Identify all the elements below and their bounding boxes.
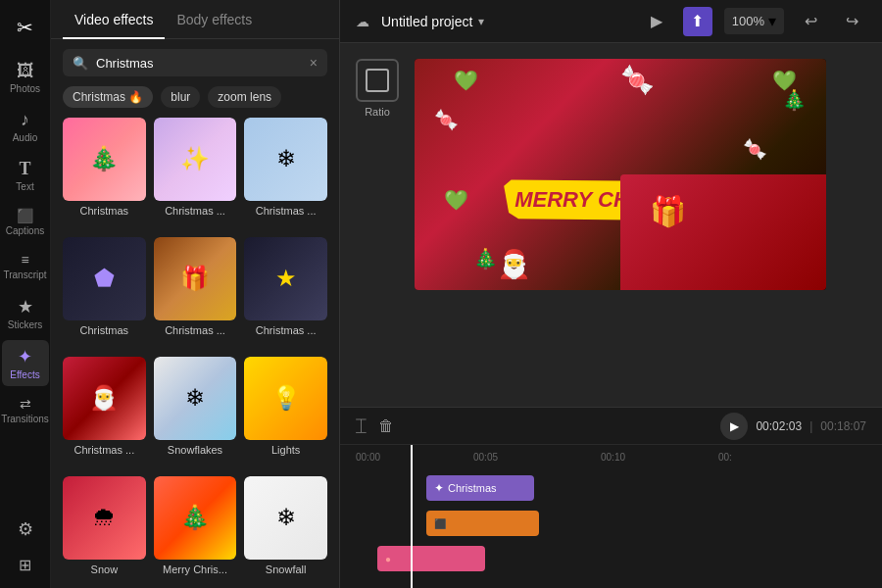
effects-grid: 🎄 Christmas ✨ Christmas ... ❄ Christmas …	[51, 118, 339, 588]
effect-item-9[interactable]: 💡 Lights	[244, 357, 327, 468]
filter-christmas[interactable]: Christmas 🔥	[63, 86, 153, 108]
photos-icon: 🖼	[17, 61, 34, 81]
effect-thumb-8: ❄	[154, 357, 237, 440]
effect-label-12: Snowfall	[244, 564, 327, 575]
icon-sidebar: ✂ 🖼 Photos ♪ Audio T Text ⬛ Captions ≡ T…	[0, 0, 51, 588]
ruler-tick-2: 00:10	[601, 452, 625, 463]
timeline-toolbar: ⌶ 🗑 ▶ 00:02:03 | 00:18:07	[340, 408, 882, 445]
effect-item-6[interactable]: ★ Christmas ...	[244, 237, 327, 349]
deco-1: 💚	[454, 69, 478, 92]
effects-panel: Video effects Body effects 🔍 × Christmas…	[51, 0, 340, 588]
canvas-area: Ratio 💚 💚 🎄 🍬 💚 💚 🎄 🍬 🎄 🍬	[340, 43, 882, 407]
audio-icon: ♪	[21, 110, 29, 130]
split-tool-button[interactable]: ⌶	[356, 416, 367, 436]
effect-thumb-10: 🌨	[63, 476, 146, 560]
clip-pink[interactable]: ●	[377, 546, 485, 571]
deco-2: 💚	[772, 69, 797, 92]
effect-thumb-1: 🎄	[63, 118, 146, 201]
effect-item-2[interactable]: ✨ Christmas ...	[154, 118, 237, 229]
effect-item-8[interactable]: ❄ Snowflakes	[154, 357, 237, 468]
play-preview-button[interactable]: ▶	[642, 7, 671, 36]
sidebar-item-transcript[interactable]: ≡ Transcript	[2, 246, 49, 286]
effect-label-5: Christmas ...	[154, 324, 237, 336]
effect-item-3[interactable]: ❄ Christmas ...	[244, 118, 327, 229]
effect-label-3: Christmas ...	[244, 205, 327, 217]
effect-item-7[interactable]: 🎅 Christmas ...	[63, 357, 146, 468]
video-preview: 💚 💚 🎄 🍬 💚 💚 🎄 🍬 🎄 🍬 🎅 MERRY CHIRSTMAS	[415, 59, 826, 290]
ruler-tick-1: 00:05	[473, 452, 498, 463]
stickers-icon: ★	[18, 296, 33, 318]
ruler-tick-3: 00:	[718, 452, 732, 463]
zoom-value: 100%	[732, 14, 764, 28]
export-button[interactable]: ⬆	[683, 7, 712, 36]
sidebar-item-more[interactable]: ⚙	[2, 513, 49, 546]
sidebar-item-stickers[interactable]: ★ Stickers	[2, 290, 49, 336]
filter-tags: Christmas 🔥 blur zoom lens	[51, 86, 339, 118]
redo-button[interactable]: ↪	[837, 7, 866, 36]
filter-zoom[interactable]: zoom lens	[208, 86, 281, 108]
effect-item-10[interactable]: 🌨 Snow	[63, 476, 146, 588]
playhead-triangle	[407, 445, 416, 446]
clip-christmas[interactable]: ✦ Christmas	[426, 475, 534, 501]
video-content: 💚 💚 🎄 🍬 💚 💚 🎄 🍬 🎄 🍬 🎅 MERRY CHIRSTMAS	[415, 59, 826, 290]
sidebar-item-effects[interactable]: ✦ Effects	[2, 340, 49, 386]
effect-label-10: Snow	[63, 564, 146, 575]
effect-item-5[interactable]: 🎁 Christmas ...	[154, 237, 237, 349]
candy-cane: 🍬	[620, 64, 655, 96]
gift-box-icon: 🎁	[650, 194, 686, 228]
total-time: 00:18:07	[820, 419, 866, 433]
sidebar-item-text[interactable]: T Text	[2, 153, 49, 198]
timeline-ruler: 00:00 00:05 00:10 00:	[356, 445, 866, 468]
sidebar-label-captions: Captions	[6, 225, 44, 236]
project-dropdown-icon: ▾	[478, 15, 484, 28]
time-divider: |	[809, 419, 812, 433]
tab-video-effects[interactable]: Video effects	[63, 0, 165, 39]
timeline-area: ⌶ 🗑 ▶ 00:02:03 | 00:18:07 00:00 00:05 00…	[340, 407, 882, 588]
effect-item-12[interactable]: ❄ Snowfall	[244, 476, 327, 588]
effect-label-2: Christmas ...	[154, 205, 237, 217]
effect-thumb-3: ❄	[244, 118, 327, 201]
ratio-panel: Ratio	[356, 59, 399, 118]
panel-tabs: Video effects Body effects	[51, 0, 339, 39]
project-title: Untitled project	[381, 14, 472, 29]
clip-orange[interactable]: ⬛	[426, 511, 539, 536]
ratio-label: Ratio	[365, 106, 390, 118]
effect-item-11[interactable]: 🎄 Merry Chris...	[154, 476, 237, 588]
undo-button[interactable]: ↩	[796, 7, 825, 36]
filter-blur[interactable]: blur	[161, 86, 200, 108]
sidebar-item-photos[interactable]: 🖼 Photos	[2, 55, 49, 100]
app-logo: ✂	[9, 8, 41, 47]
cloud-icon: ☁	[356, 14, 369, 29]
effect-thumb-4: ⬟	[63, 237, 146, 320]
project-name[interactable]: Untitled project ▾	[381, 14, 484, 29]
sidebar-item-transitions[interactable]: ⇄ Transitions	[2, 390, 49, 430]
playback-info: ▶ 00:02:03 | 00:18:07	[720, 413, 866, 440]
play-button[interactable]: ▶	[720, 413, 748, 440]
more-icon: ⚙	[18, 518, 33, 540]
search-clear-button[interactable]: ×	[310, 55, 318, 71]
playhead[interactable]	[411, 445, 413, 588]
sidebar-item-grid[interactable]: ⊞	[2, 550, 49, 580]
sidebar-item-audio[interactable]: ♪ Audio	[2, 104, 49, 149]
zoom-chevron-icon: ▾	[768, 12, 776, 30]
grid-icon: ⊞	[19, 556, 31, 574]
track-row-1: ✦ Christmas	[356, 472, 866, 504]
search-icon: 🔍	[73, 56, 88, 71]
effect-label-6: Christmas ...	[244, 324, 327, 336]
zoom-control[interactable]: 100% ▾	[724, 8, 784, 34]
clip-christmas-label: Christmas	[448, 482, 497, 494]
sidebar-label-transcript: Transcript	[3, 270, 46, 280]
effect-item-1[interactable]: 🎄 Christmas	[63, 118, 146, 229]
sidebar-item-captions[interactable]: ⬛ Captions	[2, 202, 49, 242]
effect-item-4[interactable]: ⬟ Christmas	[63, 237, 146, 349]
ratio-button[interactable]	[356, 59, 399, 102]
clip-christmas-icon: ✦	[434, 481, 444, 495]
effect-label-4: Christmas	[63, 324, 146, 336]
sidebar-label-effects: Effects	[10, 369, 39, 380]
effect-label-1: Christmas	[63, 205, 146, 217]
tab-body-effects[interactable]: Body effects	[165, 0, 264, 39]
search-box: 🔍 ×	[63, 49, 327, 76]
search-input[interactable]	[96, 56, 302, 71]
delete-tool-button[interactable]: 🗑	[378, 417, 394, 435]
santa-figure: 🎅	[497, 248, 531, 280]
